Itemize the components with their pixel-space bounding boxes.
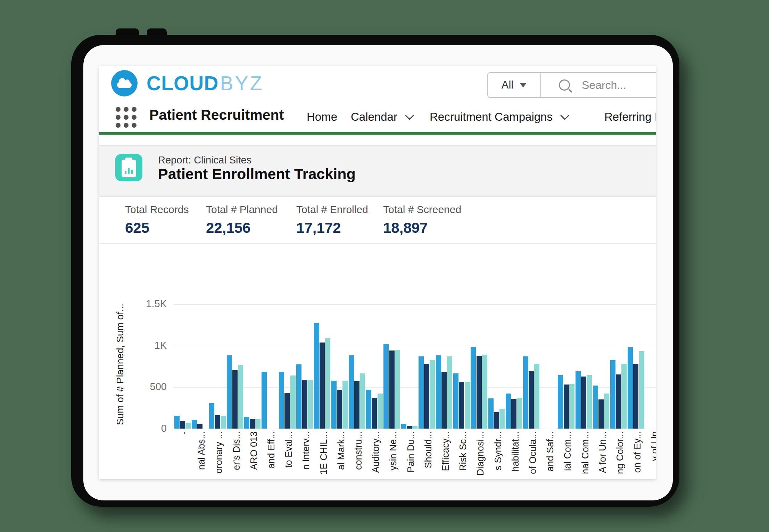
chart-bar[interactable] bbox=[331, 381, 337, 429]
chart-bar[interactable] bbox=[407, 426, 412, 429]
x-axis-category-label: to Eval... bbox=[283, 431, 294, 478]
chart-bar[interactable] bbox=[465, 382, 470, 429]
app-window: CLOUD BYZ All Patient Recruitment Home C… bbox=[99, 66, 656, 479]
chart-bar[interactable] bbox=[401, 424, 406, 429]
chart-bar[interactable] bbox=[180, 421, 185, 429]
chart-bar[interactable] bbox=[238, 365, 243, 429]
chart-bar[interactable] bbox=[221, 416, 226, 429]
chart-gridline bbox=[174, 346, 656, 346]
y-axis-title: Sum of # Planned, Sum of... bbox=[115, 292, 126, 437]
chart-bar[interactable] bbox=[185, 423, 191, 429]
chart-bar[interactable] bbox=[192, 420, 197, 429]
chart-bar[interactable] bbox=[471, 347, 476, 429]
x-axis-category-label: ng Color... bbox=[614, 431, 626, 478]
x-axis-category-label: of Ocula... bbox=[527, 431, 538, 478]
chart-bar[interactable] bbox=[581, 377, 586, 429]
x-axis-category-label: nal Abs... bbox=[196, 431, 207, 478]
chart-bar[interactable] bbox=[506, 394, 511, 429]
chart-bar[interactable] bbox=[262, 372, 267, 429]
chart-bar[interactable] bbox=[320, 343, 325, 429]
chart-bar[interactable] bbox=[372, 398, 377, 429]
chart-bar[interactable] bbox=[639, 351, 644, 429]
chart-bar[interactable] bbox=[349, 355, 354, 429]
x-axis-category-label: and Eff... bbox=[266, 431, 277, 478]
chart-bar[interactable] bbox=[174, 416, 180, 429]
x-axis-category-label: on of Ey... bbox=[632, 431, 643, 478]
chart-bar[interactable] bbox=[419, 356, 424, 429]
x-axis-category-label: ARO 013 bbox=[248, 431, 259, 478]
chart-bar[interactable] bbox=[523, 356, 528, 429]
chart-bar[interactable] bbox=[621, 364, 627, 429]
chart-bar[interactable] bbox=[534, 364, 539, 429]
chart-bar[interactable] bbox=[197, 424, 202, 429]
chart-bar[interactable] bbox=[441, 372, 447, 429]
chart-bar[interactable] bbox=[436, 355, 441, 429]
chart-bar[interactable] bbox=[244, 417, 249, 429]
chart-bar[interactable] bbox=[517, 398, 522, 429]
x-axis-category-label: y of Up bbox=[649, 431, 656, 478]
chart-bar[interactable] bbox=[564, 385, 569, 429]
chart-bar[interactable] bbox=[354, 381, 359, 429]
chart-gridline bbox=[174, 304, 656, 305]
chart-bar[interactable] bbox=[215, 415, 220, 429]
chart-bar[interactable] bbox=[255, 419, 261, 429]
chart-bar[interactable] bbox=[488, 398, 494, 429]
chart-bar[interactable] bbox=[290, 375, 296, 429]
chart-bar[interactable] bbox=[453, 373, 458, 429]
chart-bar[interactable] bbox=[383, 344, 389, 429]
chart-bar[interactable] bbox=[477, 356, 482, 429]
x-axis-category-label: er's Dis... bbox=[231, 431, 242, 478]
chart-bar[interactable] bbox=[232, 370, 238, 429]
chart-bar[interactable] bbox=[337, 390, 342, 429]
x-axis-category-label: s Syndr... bbox=[493, 431, 504, 478]
chart-bar[interactable] bbox=[511, 399, 516, 429]
chart-bar[interactable] bbox=[296, 364, 301, 429]
chart-bar[interactable] bbox=[302, 380, 307, 429]
chart-bar[interactable] bbox=[633, 364, 638, 429]
chart-bar[interactable] bbox=[576, 371, 581, 429]
chart-bar[interactable] bbox=[342, 381, 348, 429]
chart-bar[interactable] bbox=[459, 382, 464, 429]
chart-bar[interactable] bbox=[628, 347, 633, 429]
chart-bar[interactable] bbox=[308, 380, 313, 429]
chart-bar[interactable] bbox=[250, 419, 255, 429]
chart-bar[interactable] bbox=[209, 403, 214, 429]
chart-bar[interactable] bbox=[587, 375, 592, 429]
chart-bar[interactable] bbox=[378, 394, 383, 429]
chart-bar[interactable] bbox=[569, 384, 574, 429]
chart-bar[interactable] bbox=[227, 355, 232, 429]
chart-bar[interactable] bbox=[610, 360, 615, 429]
x-axis-category-label: constru... bbox=[353, 431, 364, 478]
chart-bar[interactable] bbox=[529, 371, 534, 429]
x-axis-category-label: al Mark... bbox=[336, 431, 347, 478]
chart-bar[interactable] bbox=[325, 338, 330, 429]
chart-bar[interactable] bbox=[558, 375, 563, 429]
chart-gridline bbox=[174, 429, 656, 429]
chart-bar[interactable] bbox=[499, 409, 505, 429]
chart-bar[interactable] bbox=[360, 373, 365, 429]
chart-bar[interactable] bbox=[279, 372, 284, 429]
chart-bar[interactable] bbox=[430, 360, 435, 429]
chart-bar[interactable] bbox=[366, 390, 371, 429]
y-axis-tick-label: 1.5K bbox=[139, 298, 167, 310]
chart-bar[interactable] bbox=[604, 394, 609, 429]
x-axis-category-label: ial Com... bbox=[562, 431, 573, 478]
chart-bar[interactable] bbox=[482, 355, 487, 429]
chart-bar[interactable] bbox=[447, 356, 452, 429]
chart-bar[interactable] bbox=[598, 399, 604, 429]
chart-bar[interactable] bbox=[424, 364, 429, 429]
chart-bar[interactable] bbox=[389, 351, 395, 429]
x-axis-category-label: n Interv... bbox=[300, 431, 312, 478]
y-axis-tick-label: 0 bbox=[139, 423, 167, 434]
x-axis-category-label: and Saf... bbox=[545, 431, 556, 478]
chart-bar[interactable] bbox=[494, 412, 499, 429]
chart-bar[interactable] bbox=[284, 393, 290, 429]
x-axis-category-label: A for Un... bbox=[597, 431, 608, 478]
chart-bar[interactable] bbox=[593, 386, 598, 429]
chart-bar[interactable] bbox=[616, 374, 621, 429]
x-axis-category-label: Should... bbox=[423, 431, 434, 478]
x-axis-category-label: Efficacy... bbox=[440, 431, 451, 478]
chart-bar[interactable] bbox=[314, 323, 319, 429]
chart-bar[interactable] bbox=[395, 350, 400, 429]
chart-bar[interactable] bbox=[412, 426, 417, 429]
